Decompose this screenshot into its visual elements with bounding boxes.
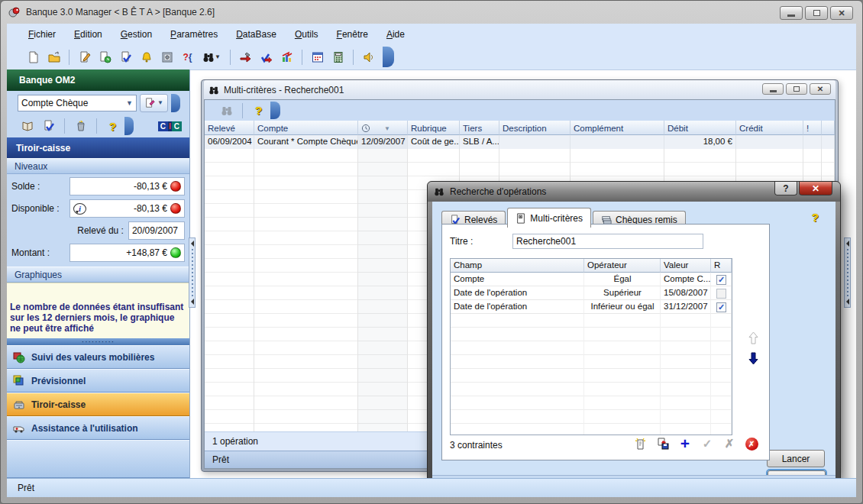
validate-operation-button[interactable] <box>116 47 135 66</box>
entry-transfer-button[interactable] <box>236 47 255 66</box>
sidebar-collapse-handle[interactable] <box>189 237 196 308</box>
delete-constraint-button[interactable]: ✗ <box>745 437 758 451</box>
trash-bucket-button[interactable] <box>71 117 90 136</box>
graphs-section-header[interactable]: Graphiques <box>7 267 189 283</box>
account-report-button[interactable]: ▼ <box>140 94 168 112</box>
cell-operateur: Égal <box>584 273 661 286</box>
column-champ[interactable]: Champ <box>451 259 584 273</box>
column-retenu[interactable]: R <box>711 259 732 273</box>
calculator-button[interactable] <box>328 47 347 66</box>
sidebar-toolbar: ? CIC <box>7 115 189 137</box>
constraint-row[interactable]: Compte Égal Compte C... <box>451 273 732 286</box>
validate-button[interactable] <box>39 117 58 136</box>
schedule-operation-button[interactable] <box>95 47 115 66</box>
safe-button[interactable] <box>157 47 176 66</box>
retenu-checkbox[interactable] <box>716 289 726 299</box>
dialog-help-button[interactable]: ? <box>774 182 797 195</box>
montant-row: Montant : +148,87 € <box>11 244 185 262</box>
alerts-button[interactable] <box>137 47 156 66</box>
menu-database[interactable]: DataBase <box>236 29 276 40</box>
right-panel-collapse-handle[interactable] <box>844 237 851 308</box>
syntax-help-button[interactable]: ?{ <box>178 47 197 66</box>
column-compte[interactable]: Compte <box>254 121 358 135</box>
validate-constraint-button[interactable]: ✓ <box>700 437 714 451</box>
operation-row[interactable]: 06/09/2004 Courant * Compte Chèque 12/09… <box>205 135 835 149</box>
account-select[interactable]: Compte Chèque ▼ <box>18 95 137 111</box>
sidebar-item-tiroir-caisse[interactable]: Tiroir-caisse <box>7 393 189 416</box>
binoculars-icon <box>434 186 444 197</box>
cancel-edit-button[interactable]: ✗ <box>722 437 736 451</box>
sidebar-item-suivi-valeurs[interactable]: Suivi des valeurs mobilières <box>7 345 189 369</box>
retenu-checkbox[interactable] <box>716 275 726 285</box>
calendar-button[interactable] <box>308 47 327 66</box>
clock-icon <box>361 124 370 133</box>
mdi-help-button[interactable]: ? <box>249 101 268 120</box>
menu-edition[interactable]: Edition <box>74 29 102 40</box>
menu-fichier[interactable]: Fichier <box>28 29 56 40</box>
mdi-restore-button[interactable] <box>786 83 807 95</box>
constraint-row[interactable]: Date de l'opération Inférieur ou égal 31… <box>451 300 732 314</box>
close-button[interactable]: ✕ <box>830 6 853 20</box>
safe-vault-icon <box>161 51 173 63</box>
cell-compte: Courant * Compte Chèque <box>254 135 358 149</box>
column-releve[interactable]: Relevé <box>205 121 254 135</box>
menu-outils[interactable]: Outils <box>295 29 318 40</box>
chart-statistics-button[interactable] <box>277 47 296 66</box>
new-document-icon <box>27 51 40 63</box>
column-description[interactable]: Description <box>499 121 570 135</box>
constraint-row[interactable]: Date de l'opération Supérieur 15/08/2007 <box>451 286 732 300</box>
sidebar-item-assistance[interactable]: Assistance à l'utilisation <box>7 416 189 440</box>
lancer-button[interactable]: Lancer <box>767 450 825 467</box>
column-credit[interactable]: Crédit <box>736 121 803 135</box>
open-file-button[interactable] <box>44 47 63 66</box>
mdi-titlebar[interactable]: Multi-critères - Recherche001 ✕ <box>204 80 836 99</box>
mdi-search-button[interactable] <box>217 101 236 120</box>
dialog-close-button[interactable]: ✕ <box>799 182 832 195</box>
search-button[interactable]: ▼ <box>199 47 225 66</box>
new-document-button[interactable] <box>24 47 43 66</box>
tab-multi-criteres[interactable]: Multi-critères <box>507 208 591 228</box>
column-debit[interactable]: Débit <box>664 121 736 135</box>
edit-document-icon <box>79 51 91 63</box>
info-balloon-icon[interactable]: i <box>73 203 86 215</box>
sidebar-splitter-handle[interactable]: ·········· <box>7 338 189 345</box>
disponible-label: Disponible : <box>11 203 69 214</box>
cell-spacer <box>822 135 835 149</box>
delete-icon: ✗ <box>745 438 758 451</box>
minimize-button[interactable] <box>780 6 803 20</box>
edit-operation-button[interactable] <box>75 47 94 66</box>
column-spacer <box>822 121 835 135</box>
levels-section-header[interactable]: Niveaux <box>7 158 189 174</box>
move-down-icon[interactable] <box>748 352 759 365</box>
menu-aide[interactable]: Aide <box>386 29 405 40</box>
validate-transfer-button[interactable] <box>257 47 276 66</box>
column-valeur[interactable]: Valeur <box>661 259 711 273</box>
mdi-minimize-button[interactable] <box>762 83 784 95</box>
account-select-value: Compte Chèque <box>21 98 88 108</box>
column-date-sort[interactable]: ▼ <box>358 121 408 135</box>
save-search-button[interactable] <box>656 437 670 451</box>
column-tiers[interactable]: Tiers <box>460 121 499 135</box>
sidebar-item-label: Tiroir-caisse <box>31 399 86 410</box>
retenu-checkbox[interactable] <box>716 302 726 312</box>
titre-input[interactable] <box>512 234 703 249</box>
menu-parametres[interactable]: Paramètres <box>170 29 218 40</box>
menu-gestion[interactable]: Gestion <box>121 29 152 40</box>
column-complement[interactable]: Complément <box>570 121 664 135</box>
sound-toggle-button[interactable] <box>359 47 378 66</box>
column-operateur[interactable]: Opérateur <box>584 259 661 273</box>
cell-complement <box>570 135 664 149</box>
mdi-close-button[interactable]: ✕ <box>810 83 831 95</box>
column-rubrique[interactable]: Rubrique <box>408 121 460 135</box>
move-up-disabled-icon[interactable] <box>748 331 759 344</box>
sidebar-item-previsionnel[interactable]: Prévisionnel <box>7 369 189 393</box>
add-constraint-button[interactable]: + <box>678 437 692 451</box>
dialog-context-help-button[interactable]: ? <box>812 211 819 224</box>
new-constraint-button[interactable] <box>634 437 648 451</box>
restore-button[interactable] <box>805 6 828 20</box>
menu-fenetre[interactable]: Fenêtre <box>337 29 368 40</box>
sidebar-help-button[interactable]: ? <box>103 117 122 136</box>
releve-field: 20/09/2007 <box>128 221 185 240</box>
column-flag[interactable]: ! <box>803 121 822 135</box>
ledger-button[interactable] <box>18 117 37 136</box>
